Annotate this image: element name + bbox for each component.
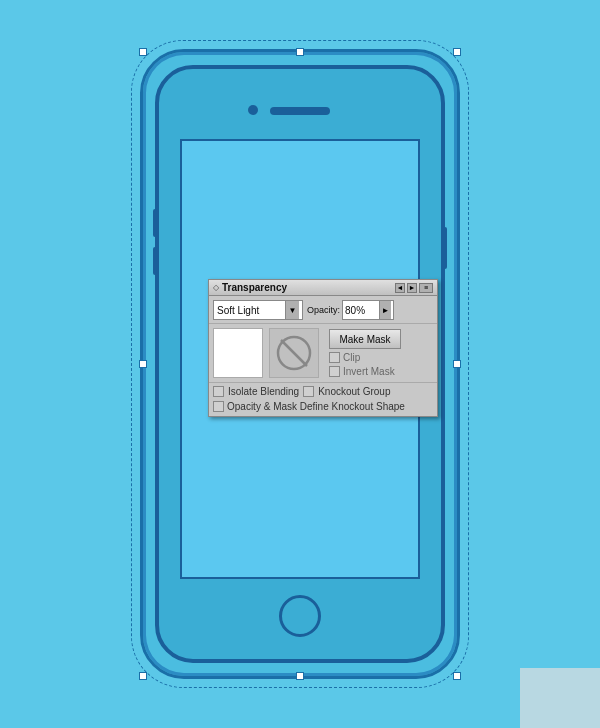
clip-checkbox[interactable] [329, 352, 340, 363]
panel-menu-btn[interactable]: ≡ [419, 283, 433, 293]
mask-buttons: Make Mask Clip Invert Mask [329, 329, 401, 377]
phone-vol-down-button[interactable] [153, 247, 158, 275]
phone-vol-up-button[interactable] [153, 209, 158, 237]
thumbnail-white[interactable] [213, 328, 263, 378]
svg-line-1 [281, 340, 307, 366]
panel-title-area: ◇ Transparency [213, 282, 287, 293]
handle-top-right[interactable] [453, 48, 461, 56]
transparency-panel: ◇ Transparency ◄ ► ≡ Soft Light ▼ [208, 279, 438, 417]
clip-label: Clip [343, 352, 360, 363]
handle-bot-right[interactable] [453, 672, 461, 680]
opacity-mask-checkbox[interactable] [213, 401, 224, 412]
opacity-value: 80% [345, 305, 365, 316]
invert-mask-row: Invert Mask [329, 366, 401, 377]
invert-mask-label: Invert Mask [343, 366, 395, 377]
no-entry-icon [276, 335, 312, 371]
phone-speaker [270, 107, 330, 115]
phone-camera [248, 105, 258, 115]
phone-screen: ◇ Transparency ◄ ► ≡ Soft Light ▼ [180, 139, 420, 579]
blend-mode-select[interactable]: Soft Light ▼ [213, 300, 303, 320]
panel-title-icon: ◇ [213, 283, 219, 292]
handle-mid-right[interactable] [453, 360, 461, 368]
opacity-mask-label: Opacity & Mask Define Knockout Shape [227, 401, 405, 412]
panel-controls: ◄ ► ≡ [395, 283, 433, 293]
opacity-input[interactable]: 80% ► [342, 300, 394, 320]
handle-top-center[interactable] [296, 48, 304, 56]
clip-row: Clip [329, 352, 401, 363]
isolate-blending-label: Isolate Blending [228, 386, 299, 397]
isolate-blending-checkbox[interactable] [213, 386, 224, 397]
opacity-arrow: ► [379, 301, 391, 319]
panel-nav-left[interactable]: ◄ [395, 283, 405, 293]
knockout-group-checkbox[interactable] [303, 386, 314, 397]
watermark [520, 668, 600, 728]
phone-body: ◇ Transparency ◄ ► ≡ Soft Light ▼ [155, 65, 445, 663]
handle-top-left[interactable] [139, 48, 147, 56]
opacity-label: Opacity: [307, 305, 340, 315]
panel-title-text: Transparency [222, 282, 287, 293]
panel-nav-right[interactable]: ► [407, 283, 417, 293]
phone-home-button[interactable] [279, 595, 321, 637]
make-mask-button[interactable]: Make Mask [329, 329, 401, 349]
checkboxes-row2: Opacity & Mask Define Knockout Shape [209, 399, 437, 416]
checkboxes-row1: Isolate Blending Knockout Group [209, 382, 437, 399]
thumbnails-row: Make Mask Clip Invert Mask [209, 323, 437, 382]
panel-titlebar: ◇ Transparency ◄ ► ≡ [209, 280, 437, 296]
blend-mode-arrow: ▼ [285, 301, 299, 319]
opacity-group: Opacity: 80% ► [307, 300, 394, 320]
thumbnail-no-image[interactable] [269, 328, 319, 378]
handle-bot-center[interactable] [296, 672, 304, 680]
handle-bot-left[interactable] [139, 672, 147, 680]
invert-mask-checkbox[interactable] [329, 366, 340, 377]
blend-opacity-row: Soft Light ▼ Opacity: 80% ► [209, 296, 437, 323]
phone-power-button[interactable] [442, 227, 447, 269]
blend-mode-value: Soft Light [217, 305, 259, 316]
phone-frame: ◇ Transparency ◄ ► ≡ Soft Light ▼ [140, 49, 460, 679]
handle-mid-left[interactable] [139, 360, 147, 368]
knockout-group-label: Knockout Group [318, 386, 390, 397]
